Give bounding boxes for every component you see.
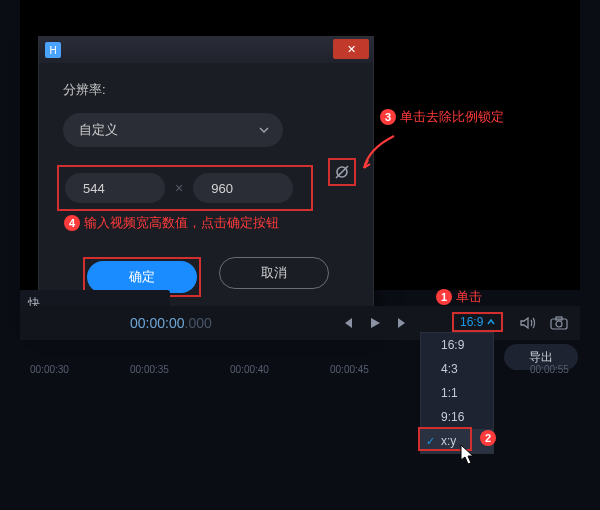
annotation-badge-3: 3 bbox=[380, 109, 396, 125]
ratio-option-label: x:y bbox=[441, 434, 456, 448]
ruler-tick: 00:00:35 bbox=[130, 364, 169, 375]
unlink-icon bbox=[333, 163, 351, 181]
dialog-body: 分辨率: 自定义 × 确定 取消 bbox=[39, 63, 373, 321]
ratio-option-4-3[interactable]: 4:3 bbox=[421, 357, 493, 381]
timecode-main: 00:00:00 bbox=[130, 315, 185, 331]
annotation-1: 1 单击 bbox=[436, 288, 482, 306]
timecode-ms: .000 bbox=[185, 315, 212, 331]
annotation-3: 3 单击去除比例锁定 bbox=[380, 108, 504, 126]
annotation-text-4: 输入视频宽高数值，点击确定按钮 bbox=[84, 214, 279, 232]
svg-point-2 bbox=[556, 321, 562, 327]
height-input[interactable] bbox=[193, 173, 293, 203]
ratio-option-label: 16:9 bbox=[441, 338, 464, 352]
ruler-tick: 00:00:30 bbox=[30, 364, 69, 375]
ruler-tick: 00:00:45 bbox=[330, 364, 369, 375]
chevron-down-icon bbox=[259, 125, 269, 135]
annotation-badge-4: 4 bbox=[64, 215, 80, 231]
app-icon: H bbox=[45, 42, 61, 58]
volume-icon[interactable] bbox=[520, 316, 536, 330]
annotation-badge-2: 2 bbox=[480, 430, 496, 446]
timeline-ruler[interactable]: 00:00:30 00:00:35 00:00:40 00:00:45 00:0… bbox=[20, 360, 580, 380]
play-icon[interactable] bbox=[368, 316, 382, 330]
resolution-select[interactable]: 自定义 bbox=[63, 113, 283, 147]
chevron-up-icon bbox=[487, 318, 495, 326]
annotation-badge-1: 1 bbox=[436, 289, 452, 305]
transport-controls bbox=[340, 306, 410, 340]
dialog-titlebar[interactable]: H ✕ bbox=[39, 37, 373, 63]
playback-controls-bar: 00:00:00.000 16:9 bbox=[20, 306, 580, 340]
annotation-text-3: 单击去除比例锁定 bbox=[400, 108, 504, 126]
next-frame-icon[interactable] bbox=[396, 316, 410, 330]
ruler-tick: 00:00:40 bbox=[230, 364, 269, 375]
aspect-ratio-label: 16:9 bbox=[460, 315, 483, 329]
annotation-text-1: 单击 bbox=[456, 288, 482, 306]
close-button[interactable]: ✕ bbox=[333, 39, 369, 59]
resolution-label: 分辨率: bbox=[63, 81, 349, 99]
ratio-option-16-9[interactable]: 16:9 bbox=[421, 333, 493, 357]
snapshot-icon[interactable] bbox=[550, 316, 568, 330]
select-value: 自定义 bbox=[79, 121, 118, 139]
ratio-option-9-16[interactable]: 9:16 bbox=[421, 405, 493, 429]
aspect-ratio-button[interactable]: 16:9 bbox=[452, 312, 503, 332]
timecode-display: 00:00:00.000 bbox=[130, 315, 212, 331]
ratio-option-1-1[interactable]: 1:1 bbox=[421, 381, 493, 405]
annotation-4: 4 输入视频宽高数值，点击确定按钮 bbox=[64, 214, 279, 232]
ruler-tick: 00:00:55 bbox=[530, 364, 569, 375]
annotation-2: 2 bbox=[480, 430, 496, 446]
prev-frame-icon[interactable] bbox=[340, 316, 354, 330]
cancel-button[interactable]: 取消 bbox=[219, 257, 329, 289]
resolution-dialog: H ✕ 分辨率: 自定义 × 确定 取消 bbox=[38, 36, 374, 322]
ratio-option-label: 9:16 bbox=[441, 410, 464, 424]
width-input[interactable] bbox=[65, 173, 165, 203]
ratio-option-label: 1:1 bbox=[441, 386, 458, 400]
ratio-option-label: 4:3 bbox=[441, 362, 458, 376]
ok-button[interactable]: 确定 bbox=[87, 261, 197, 293]
width-height-row: × bbox=[57, 165, 313, 211]
check-icon: ✓ bbox=[426, 435, 435, 448]
times-glyph: × bbox=[175, 180, 183, 196]
aspect-lock-button[interactable] bbox=[328, 158, 356, 186]
